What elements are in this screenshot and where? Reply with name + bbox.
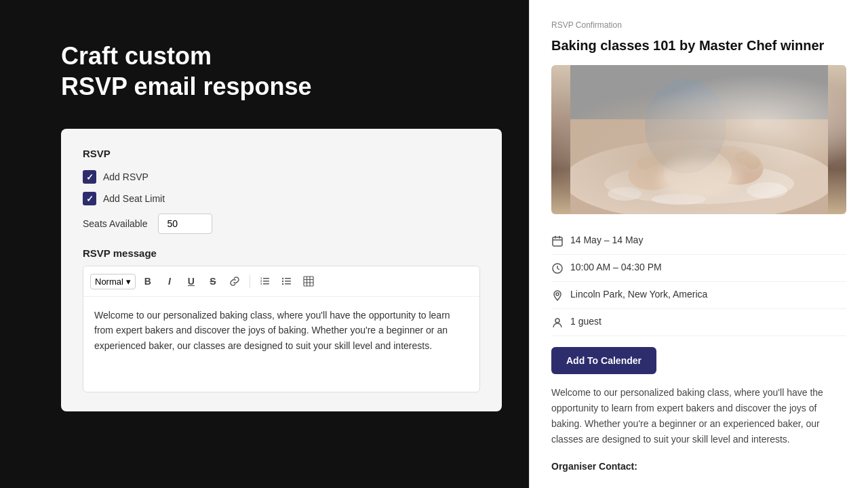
add-rsvp-row: Add RSVP bbox=[83, 170, 480, 184]
event-guests: 1 guest bbox=[570, 316, 601, 327]
svg-point-25 bbox=[733, 148, 753, 167]
svg-point-30 bbox=[652, 194, 706, 205]
svg-point-18 bbox=[570, 140, 828, 214]
left-panel: Craft custom RSVP email response RSVP Ad… bbox=[0, 0, 529, 488]
editor-toolbar: Normal ▾ B I U S bbox=[83, 266, 479, 297]
ordered-list-button[interactable]: 1 2 3 bbox=[256, 272, 275, 291]
svg-point-23 bbox=[658, 150, 675, 165]
event-guests-row: 1 guest bbox=[551, 309, 846, 336]
svg-point-21 bbox=[635, 154, 654, 172]
svg-point-29 bbox=[747, 182, 787, 199]
add-seat-limit-row: Add Seat Limit bbox=[83, 192, 480, 205]
hero-title-line1: Craft custom bbox=[61, 42, 212, 70]
svg-rect-11 bbox=[285, 283, 291, 285]
rsvp-message-label: RSVP message bbox=[83, 247, 480, 259]
svg-rect-1 bbox=[263, 281, 269, 282]
table-button[interactable] bbox=[299, 272, 318, 291]
svg-rect-9 bbox=[285, 278, 291, 279]
svg-line-39 bbox=[557, 268, 559, 270]
add-rsvp-checkbox[interactable] bbox=[83, 170, 96, 184]
event-date: 14 May – 14 May bbox=[570, 235, 643, 245]
svg-rect-12 bbox=[304, 277, 313, 286]
chevron-down-icon: ▾ bbox=[126, 277, 131, 287]
toolbar-divider-1 bbox=[250, 274, 250, 288]
event-title: Baking classes 101 by Master Chef winner bbox=[551, 37, 846, 54]
strikethrough-button[interactable]: S bbox=[203, 272, 222, 291]
event-date-row: 14 May – 14 May bbox=[551, 228, 846, 255]
svg-point-32 bbox=[645, 79, 726, 174]
svg-point-8 bbox=[282, 283, 283, 285]
location-icon bbox=[551, 289, 564, 302]
svg-rect-2 bbox=[263, 283, 269, 285]
calendar-icon bbox=[551, 235, 564, 247]
svg-point-22 bbox=[646, 150, 664, 167]
seats-available-row: Seats Available bbox=[83, 214, 480, 234]
rsvp-message-body[interactable]: Welcome to our personalized baking class… bbox=[83, 297, 479, 392]
event-time: 10:00 AM – 04:30 PM bbox=[570, 262, 662, 272]
svg-point-28 bbox=[608, 187, 642, 201]
svg-point-26 bbox=[743, 155, 761, 171]
hero-title: Craft custom RSVP email response bbox=[61, 41, 488, 102]
bold-button[interactable]: B bbox=[138, 272, 157, 291]
preview-description: Welcome to our personalized baking class… bbox=[551, 385, 846, 447]
event-image bbox=[551, 65, 846, 214]
svg-rect-17 bbox=[570, 65, 828, 214]
rsvp-message-editor: Normal ▾ B I U S bbox=[83, 266, 480, 392]
event-location: Lincoln Park, New York, America bbox=[570, 289, 707, 300]
confirmation-label: RSVP Confirmation bbox=[551, 20, 846, 30]
event-image-inner bbox=[551, 65, 846, 214]
person-icon bbox=[551, 317, 564, 329]
add-seat-limit-label: Add Seat Limit bbox=[103, 193, 165, 204]
svg-rect-33 bbox=[553, 237, 562, 246]
unordered-list-icon bbox=[281, 276, 292, 287]
clock-icon bbox=[551, 262, 564, 274]
right-panel: RSVP Confirmation Baking classes 101 by … bbox=[529, 0, 868, 488]
organiser-contact-label: Organiser Contact: bbox=[551, 461, 846, 472]
table-icon bbox=[303, 276, 314, 287]
svg-rect-31 bbox=[570, 65, 828, 119]
svg-rect-0 bbox=[263, 278, 269, 279]
svg-point-20 bbox=[624, 144, 692, 196]
link-icon bbox=[229, 276, 240, 287]
unordered-list-button[interactable] bbox=[277, 272, 296, 291]
event-location-row: Lincoln Park, New York, America bbox=[551, 282, 846, 309]
ordered-list-icon: 1 2 3 bbox=[260, 276, 271, 287]
svg-point-40 bbox=[556, 293, 559, 296]
svg-point-7 bbox=[282, 281, 283, 282]
hero-title-line2: RSVP email response bbox=[61, 73, 312, 100]
add-seat-limit-checkbox[interactable] bbox=[83, 192, 96, 205]
italic-button[interactable]: I bbox=[160, 272, 179, 291]
svg-point-6 bbox=[282, 278, 283, 279]
add-to-calendar-button[interactable]: Add To Calender bbox=[551, 347, 656, 374]
underline-button[interactable]: U bbox=[182, 272, 201, 291]
event-image-svg bbox=[570, 65, 828, 214]
svg-point-41 bbox=[555, 319, 559, 323]
format-select[interactable]: Normal ▾ bbox=[90, 274, 136, 289]
seats-available-input[interactable] bbox=[158, 214, 212, 234]
rsvp-section-label: RSVP bbox=[83, 148, 480, 159]
link-button[interactable] bbox=[225, 272, 244, 291]
svg-point-24 bbox=[699, 142, 766, 190]
event-time-row: 10:00 AM – 04:30 PM bbox=[551, 255, 846, 282]
svg-point-27 bbox=[664, 148, 732, 196]
form-card: RSVP Add RSVP Add Seat Limit Seats Avail… bbox=[61, 129, 502, 411]
svg-rect-10 bbox=[285, 281, 291, 282]
seats-available-label: Seats Available bbox=[83, 218, 147, 229]
svg-text:3: 3 bbox=[260, 282, 262, 285]
add-rsvp-label: Add RSVP bbox=[103, 171, 149, 182]
format-select-value: Normal bbox=[95, 277, 123, 287]
svg-point-19 bbox=[604, 163, 794, 204]
